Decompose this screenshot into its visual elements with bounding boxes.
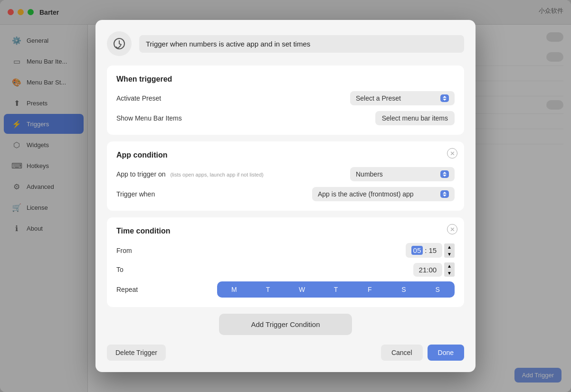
- delete-trigger-button[interactable]: Delete Trigger: [107, 345, 166, 361]
- activate-preset-control: Select a Preset: [221, 91, 455, 105]
- app-chevron-down-icon: [443, 175, 447, 177]
- to-control: 21:00 ▲ ▼: [173, 262, 455, 277]
- from-decrement-button[interactable]: ▼: [444, 251, 455, 258]
- to-decrement-button[interactable]: ▼: [444, 270, 455, 277]
- trigger-when-control: App is the active (frontmost) app: [221, 187, 455, 201]
- to-increment-button[interactable]: ▲: [444, 262, 455, 270]
- trigger-when-select[interactable]: App is the active (frontmost) app: [312, 187, 455, 201]
- app-select[interactable]: Numbers: [350, 167, 455, 181]
- from-control: 05 : 15 ▲ ▼: [173, 243, 455, 258]
- chevron-up-icon: [443, 96, 447, 98]
- day-tuesday[interactable]: T: [251, 281, 285, 298]
- app-condition-title: App condition: [116, 151, 455, 159]
- app-trigger-row: App to trigger on (lists open apps, laun…: [116, 167, 455, 181]
- app-trigger-control: Numbers: [264, 167, 455, 181]
- time-condition-title: Time condition: [116, 227, 455, 235]
- select-menu-bar-items-button[interactable]: Select menu bar items: [375, 111, 455, 125]
- from-stepper: ▲ ▼: [444, 243, 455, 258]
- day-buttons-container: M T W T F S S: [173, 281, 455, 298]
- day-friday[interactable]: F: [353, 281, 387, 298]
- day-thursday[interactable]: T: [319, 281, 352, 298]
- preset-select-value: Select a Preset: [356, 94, 401, 102]
- modal-header: [107, 31, 464, 56]
- day-saturday[interactable]: S: [387, 281, 420, 298]
- modal-footer: Delete Trigger Cancel Done: [107, 345, 464, 361]
- modal-dialog: When triggered Activate Preset Select a …: [95, 20, 476, 372]
- clock-check-icon: [112, 37, 126, 51]
- to-value[interactable]: 21:00: [419, 266, 437, 274]
- done-button[interactable]: Done: [428, 345, 464, 361]
- app-condition-close-button[interactable]: ✕: [447, 148, 457, 159]
- show-menu-bar-control: Select menu bar items: [221, 111, 455, 125]
- to-time-display: 21:00: [413, 263, 443, 277]
- trigger-icon: [107, 31, 132, 56]
- app-trigger-label: App to trigger on (lists open apps, laun…: [116, 170, 264, 178]
- add-trigger-condition-button[interactable]: Add Trigger Condition: [219, 314, 352, 335]
- app-trigger-sub: (lists open apps, launch app if not list…: [170, 172, 263, 177]
- modal-overlay: When triggered Activate Preset Select a …: [0, 0, 571, 392]
- show-menu-bar-label: Show Menu Bar Items: [116, 114, 221, 122]
- when-triggered-title: When triggered: [116, 75, 455, 84]
- day-pills: M T W T F S S: [217, 281, 455, 298]
- day-monday[interactable]: M: [217, 281, 251, 298]
- show-menu-bar-row: Show Menu Bar Items Select menu bar item…: [116, 111, 455, 125]
- time-condition-close-button[interactable]: ✕: [447, 224, 457, 234]
- from-minute[interactable]: 15: [428, 246, 437, 254]
- day-wednesday[interactable]: W: [285, 281, 319, 298]
- trigger-when-row: Trigger when App is the active (frontmos…: [116, 187, 455, 201]
- from-hour[interactable]: 05: [411, 246, 423, 255]
- to-stepper: ▲ ▼: [444, 262, 455, 277]
- repeat-row: Repeat M T W T F S S: [116, 281, 455, 298]
- from-label: From: [116, 247, 173, 254]
- trigger-when-label: Trigger when: [116, 190, 221, 198]
- activate-preset-row: Activate Preset Select a Preset: [116, 91, 455, 105]
- trigger-title-input[interactable]: [139, 35, 464, 53]
- preset-select[interactable]: Select a Preset: [350, 91, 455, 105]
- cancel-button[interactable]: Cancel: [381, 345, 423, 361]
- app-select-value: Numbers: [356, 170, 383, 178]
- to-label: To: [116, 266, 173, 273]
- time-separator: :: [425, 246, 427, 254]
- app-condition-card: App condition ✕ App to trigger on (lists…: [107, 141, 464, 211]
- trigger-chevron-up-icon: [443, 192, 447, 194]
- select-chevrons: [440, 94, 449, 102]
- day-sunday[interactable]: S: [421, 281, 455, 298]
- activate-preset-label: Activate Preset: [116, 94, 221, 102]
- app-select-chevrons: [440, 170, 449, 178]
- trigger-when-value: App is the active (frontmost) app: [318, 190, 414, 198]
- repeat-label: Repeat: [116, 286, 173, 293]
- trigger-chevron-down-icon: [443, 195, 447, 196]
- from-row: From 05 : 15 ▲ ▼: [116, 243, 455, 258]
- from-increment-button[interactable]: ▲: [444, 243, 455, 251]
- from-time-display: 05 : 15: [406, 243, 443, 258]
- app-chevron-up-icon: [443, 172, 447, 174]
- chevron-down-icon: [443, 99, 447, 101]
- when-triggered-card: When triggered Activate Preset Select a …: [107, 65, 464, 135]
- footer-right: Cancel Done: [381, 345, 464, 361]
- time-condition-card: Time condition ✕ From 05 : 15 ▲ ▼: [107, 217, 464, 307]
- trigger-when-chevrons: [440, 190, 449, 198]
- to-row: To 21:00 ▲ ▼: [116, 262, 455, 277]
